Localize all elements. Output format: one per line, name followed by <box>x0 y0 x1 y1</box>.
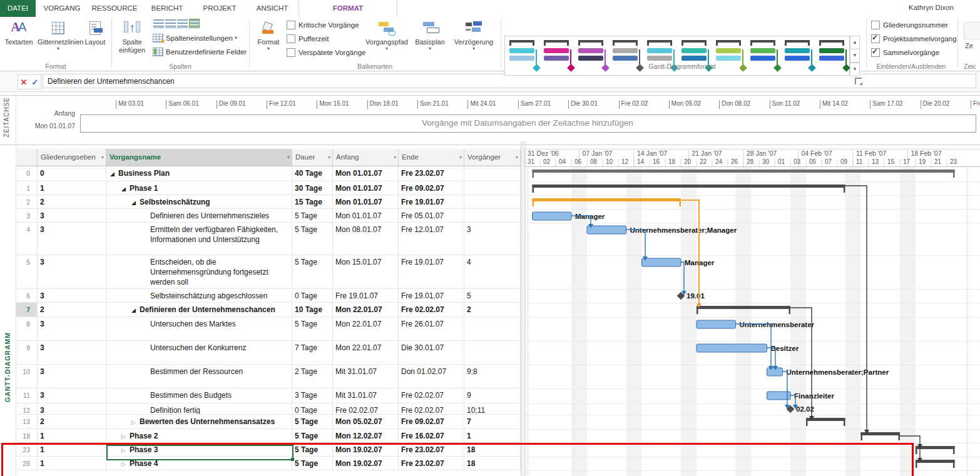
svg-text:04 Feb '07: 04 Feb '07 <box>802 149 832 157</box>
checkbox-balkenarten-0[interactable]: Kritische Vorgänge <box>287 20 359 30</box>
gallery-scroll-down-button[interactable]: ▼ <box>850 49 860 63</box>
group-separator <box>501 18 501 68</box>
delay-icon <box>466 21 482 35</box>
checkbox-balkenarten-2[interactable]: Verspätete Vorgänge <box>287 48 365 58</box>
timeline-tick: Mit 24.01 <box>467 100 496 109</box>
edit-field[interactable]: Definieren der Unternehmenschancen <box>43 74 976 88</box>
gantt-summary-bar[interactable] <box>916 460 955 468</box>
checkbox-show-hide-1[interactable]: Projektsammelvorgang <box>871 34 957 44</box>
dropdown-arrow-icon: ▾ <box>38 46 79 51</box>
user-name: Kathryn Dixon <box>909 4 954 11</box>
tab-projekt[interactable]: PROJEKT <box>193 0 246 17</box>
timeline-hint-text: Vorgänge mit Datumsangaben der Zeitachse… <box>80 118 975 128</box>
gantt-task-bar[interactable]: Finanzleiter <box>767 392 835 400</box>
svg-text:Besitzer: Besitzer <box>771 345 799 352</box>
gantt-summary-bar[interactable] <box>533 198 681 206</box>
gallery-scroll-up-button[interactable]: ▲ <box>850 36 860 49</box>
clipped-button[interactable] <box>964 22 980 39</box>
dialog-launcher-icon[interactable] <box>855 78 862 84</box>
gantt-summary-bar[interactable] <box>916 446 955 454</box>
timeline-pane: ZEITACHSE Anfang Mon 01.01.07 Mit 03.01S… <box>0 92 980 142</box>
tab-ressource[interactable]: RESSOURCE <box>88 0 141 17</box>
svg-text:19.01: 19.01 <box>687 292 705 300</box>
gantt-task-bar[interactable]: Manager <box>642 258 715 266</box>
group-clipped-zeichnung: Ze Zeic <box>957 17 980 71</box>
dropdown-arrow-icon: ▾ <box>452 46 496 51</box>
timeline-tick: Sam 06.01 <box>166 100 198 109</box>
checkbox-icon <box>287 34 295 43</box>
dropdown-arrow-icon: ▾ <box>411 46 449 51</box>
svg-text:02: 02 <box>543 158 551 165</box>
gantt-task-bar[interactable]: Manager <box>533 212 605 220</box>
accept-icon[interactable]: ✓ <box>32 78 39 87</box>
checkbox-icon <box>871 34 880 43</box>
dropdown-arrow-icon: ▾ <box>254 46 283 51</box>
vorgangspfad-button[interactable]: Vorgangspfad ▾ <box>365 18 408 67</box>
task-path-icon <box>379 21 395 35</box>
svg-text:21 Jan '07: 21 Jan '07 <box>692 149 722 157</box>
timeline-tick: Fre 02.02 <box>619 100 648 109</box>
checkbox-show-hide-2[interactable]: Sammelvorgänge <box>871 48 939 58</box>
svg-text:15: 15 <box>887 158 895 165</box>
group-label-gantt-format: Gantt-Diagrammformat <box>501 63 864 70</box>
tab-ansicht[interactable]: ANSICHT <box>246 0 299 17</box>
checkbox-icon <box>871 48 880 57</box>
svg-text:06: 06 <box>574 158 582 165</box>
tab-datei[interactable]: DATEI <box>0 0 36 17</box>
group-label-format: Format <box>0 63 111 70</box>
svg-text:07 Jan '07: 07 Jan '07 <box>583 149 613 157</box>
align-right-icon[interactable] <box>177 19 188 28</box>
layout-button[interactable]: Layout <box>80 18 110 67</box>
timeline-tick: Die 20.02 <box>921 100 950 109</box>
checkbox-show-hide-0[interactable]: Gliederungsnummer <box>871 20 948 30</box>
text-align-toolbar <box>153 19 247 30</box>
benutzerdefinierte-felder-button[interactable]: Benutzerdefinierte Felder <box>153 47 247 57</box>
layout-icon <box>89 21 101 35</box>
cancel-icon[interactable]: ✕ <box>21 78 28 87</box>
group-spalten: ↑ Spalte einfügen ✱ Spalteneinstellungen… <box>111 17 249 71</box>
svg-text:28: 28 <box>747 158 754 165</box>
tab-bericht[interactable]: BERICHT <box>141 0 193 17</box>
highlight-red-box <box>1 443 914 476</box>
svg-text:10: 10 <box>606 158 613 165</box>
tab-vorgang[interactable]: VORGANG <box>36 0 88 17</box>
spalteneinstellungen-button[interactable]: ✱ Spalteneinstellungen ▾ <box>153 33 237 43</box>
tab-format[interactable]: FORMAT <box>299 0 397 17</box>
text-styles-icon: AA <box>11 23 27 33</box>
timeline-start-label: Anfang Mon 01.01.07 <box>13 107 75 132</box>
gantt-task-bar[interactable]: Besitzer <box>697 344 799 352</box>
svg-text:18 Feb '07: 18 Feb '07 <box>911 149 942 157</box>
align-center-icon[interactable] <box>165 19 176 28</box>
align-left-icon[interactable] <box>153 19 164 28</box>
format-balken-button[interactable]: Format ▾ <box>254 18 283 67</box>
paint-bucket-icon <box>262 22 275 34</box>
timeline-tick: Mit 03.01 <box>116 100 144 109</box>
textarten-button[interactable]: AA Textarten <box>1 18 36 67</box>
timeline-tick: Fre 2 <box>971 100 980 109</box>
timeline-tick: Son 21.01 <box>417 100 449 109</box>
insert-column-icon: ↑ <box>124 20 140 36</box>
gantt-milestone[interactable]: 19.01 <box>677 292 705 300</box>
checkbox-icon <box>871 21 880 29</box>
basisplan-button[interactable]: Basisplan ▾ <box>411 18 449 67</box>
custom-fields-icon <box>153 48 163 56</box>
gantt-chart: 31 Dez '0607 Jan '0714 Jan '0721 Jan '07… <box>0 141 980 476</box>
svg-text:11: 11 <box>856 158 863 165</box>
group-label-spalten: Spalten <box>111 63 249 70</box>
timeline-tick: Mon 15.01 <box>317 100 349 109</box>
verzoegerung-button[interactable]: Verzögerung ▾ <box>452 18 496 67</box>
ribbon-tab-bar: DATEIVORGANGRESSOURCEBERICHTPROJEKTANSIC… <box>0 0 980 17</box>
wrap-text-icon[interactable] <box>189 19 200 28</box>
svg-text:14: 14 <box>637 158 645 165</box>
group-format: AA Textarten Gitternetzlinien ▾ Layout F… <box>0 17 111 71</box>
gantt-task-bar[interactable]: Unternehmensberater;Manager <box>587 226 737 234</box>
svg-text:03: 03 <box>794 158 801 165</box>
svg-text:Unternehmensberater;Partner: Unternehmensberater;Partner <box>787 368 889 376</box>
svg-text:Unternehmensberater;Manager: Unternehmensberater;Manager <box>630 226 737 234</box>
gantt-milestone[interactable]: 02.02 <box>787 405 814 413</box>
svg-text:18: 18 <box>668 158 676 165</box>
checkbox-icon <box>287 21 295 29</box>
gitternetzlinien-button[interactable]: Gitternetzlinien ▾ <box>38 18 79 67</box>
spalte-einfuegen-button[interactable]: ↑ Spalte einfügen <box>115 18 149 67</box>
checkbox-balkenarten-1[interactable]: Pufferzeit <box>287 34 329 44</box>
